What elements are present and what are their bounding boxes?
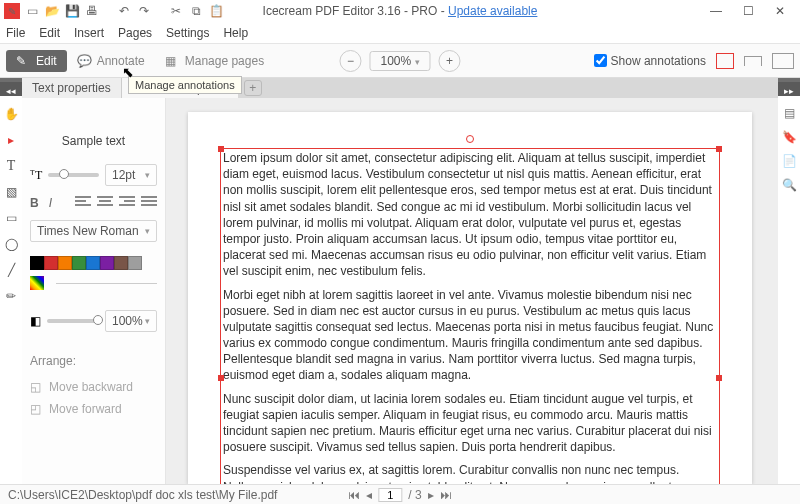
color-swatch[interactable] bbox=[58, 256, 72, 270]
resize-handle-ml[interactable] bbox=[218, 375, 224, 381]
arrange-label: Arrange: bbox=[30, 354, 157, 368]
align-right-button[interactable] bbox=[119, 196, 135, 210]
select-tool-icon[interactable]: ▸ bbox=[3, 132, 19, 148]
align-justify-button[interactable] bbox=[141, 196, 157, 210]
page: Lorem ipsum dolor sit amet, consectetur … bbox=[188, 112, 752, 484]
pager: ⏮ ◂ / 3 ▸ ⏭ bbox=[348, 488, 451, 502]
size-icon: ᵀT bbox=[30, 168, 42, 183]
maximize-button[interactable]: ☐ bbox=[740, 4, 756, 18]
redo-icon[interactable]: ↷ bbox=[136, 3, 152, 19]
sample-text-heading: Sample text bbox=[30, 134, 157, 148]
new-tab-button[interactable]: + bbox=[244, 80, 262, 96]
zoom-dropdown[interactable]: 100% ▾ bbox=[369, 51, 430, 71]
first-page-button[interactable]: ⏮ bbox=[348, 488, 360, 502]
resize-handle-mr[interactable] bbox=[716, 375, 722, 381]
properties-tab-label: Text properties bbox=[22, 78, 122, 98]
opacity-dropdown[interactable]: 100%▾ bbox=[105, 310, 157, 332]
bold-button[interactable]: B bbox=[30, 196, 39, 210]
save-icon[interactable]: 💾 bbox=[64, 3, 80, 19]
line-tool-icon[interactable]: ╱ bbox=[3, 262, 19, 278]
layout-facing-icon[interactable] bbox=[772, 53, 794, 69]
text-tool-icon[interactable]: T bbox=[3, 158, 19, 174]
titlebar: ✎ ▭ 📂 💾 🖶 ↶ ↷ ✂ ⧉ 📋 Icecream PDF Editor … bbox=[0, 0, 800, 22]
open-icon[interactable]: 📂 bbox=[44, 3, 60, 19]
pen-tool-icon[interactable]: ✏ bbox=[3, 288, 19, 304]
move-backward-icon: ◱ bbox=[30, 380, 41, 394]
search-icon[interactable]: 🔍 bbox=[782, 178, 797, 192]
paragraph: Nunc suscipit dolor diam, ut lacinia lor… bbox=[223, 391, 717, 456]
paragraph: Suspendisse vel varius ex, at sagittis l… bbox=[223, 462, 717, 484]
statusbar: C:\Users\ICE2\Desktop\pdf doc xls test\M… bbox=[0, 484, 800, 504]
zoom-in-button[interactable]: + bbox=[439, 50, 461, 72]
color-swatch[interactable] bbox=[72, 256, 86, 270]
new-icon[interactable]: ▭ bbox=[24, 3, 40, 19]
minimize-button[interactable]: — bbox=[708, 4, 724, 18]
edit-mode-button[interactable]: ✎Edit bbox=[6, 50, 67, 72]
menu-settings[interactable]: Settings bbox=[166, 26, 209, 40]
menu-edit[interactable]: Edit bbox=[39, 26, 60, 40]
layout-single-icon[interactable] bbox=[716, 53, 734, 69]
color-swatch[interactable] bbox=[100, 256, 114, 270]
paste-icon[interactable]: 📋 bbox=[208, 3, 224, 19]
menubar: File Edit Insert Pages Settings Help bbox=[0, 22, 800, 44]
cut-icon[interactable]: ✂ bbox=[168, 3, 184, 19]
page-input[interactable] bbox=[378, 488, 402, 502]
color-swatch[interactable] bbox=[86, 256, 100, 270]
paragraph: Morbi eget nibh at lorem sagittis laoree… bbox=[223, 287, 717, 384]
color-swatches bbox=[30, 256, 157, 270]
window-title: Icecream PDF Editor 3.16 - PRO - Update … bbox=[263, 4, 538, 18]
hand-tool-icon[interactable]: ✋ bbox=[3, 106, 19, 122]
bookmarks-icon[interactable]: 🔖 bbox=[782, 130, 797, 144]
rect-tool-icon[interactable]: ▭ bbox=[3, 210, 19, 226]
italic-button[interactable]: I bbox=[49, 196, 52, 210]
color-swatch[interactable] bbox=[114, 256, 128, 270]
color-picker-button[interactable] bbox=[30, 276, 44, 290]
manage-pages-button[interactable]: ▦Manage pages bbox=[155, 50, 274, 72]
paragraph: Lorem ipsum dolor sit amet, consectetur … bbox=[223, 150, 717, 280]
font-size-dropdown[interactable]: 12pt▾ bbox=[105, 164, 157, 186]
annotate-mode-button[interactable]: 💬Annotate bbox=[67, 50, 155, 72]
attachments-icon[interactable]: 📄 bbox=[782, 154, 797, 168]
move-forward-button[interactable]: ◰Move forward bbox=[30, 398, 157, 420]
copy-icon[interactable]: ⧉ bbox=[188, 3, 204, 19]
file-path: C:\Users\ICE2\Desktop\pdf doc xls test\M… bbox=[8, 488, 277, 502]
zoom-out-button[interactable]: − bbox=[339, 50, 361, 72]
thumbnails-icon[interactable]: ▤ bbox=[784, 106, 795, 120]
layout-continuous-icon[interactable] bbox=[744, 56, 762, 66]
image-tool-icon[interactable]: ▧ bbox=[3, 184, 19, 200]
close-button[interactable]: ✕ bbox=[772, 4, 788, 18]
circle-tool-icon[interactable]: ◯ bbox=[3, 236, 19, 252]
menu-pages[interactable]: Pages bbox=[118, 26, 152, 40]
right-strip: ▤ 🔖 📄 🔍 bbox=[778, 96, 800, 484]
rotate-handle[interactable] bbox=[466, 135, 474, 143]
color-swatch[interactable] bbox=[128, 256, 142, 270]
last-page-button[interactable]: ⏭ bbox=[440, 488, 452, 502]
move-forward-icon: ◰ bbox=[30, 402, 41, 416]
update-link[interactable]: Update available bbox=[448, 4, 537, 18]
resize-handle-tr[interactable] bbox=[716, 146, 722, 152]
show-annotations-checkbox[interactable]: Show annotations bbox=[594, 54, 706, 68]
menu-insert[interactable]: Insert bbox=[74, 26, 104, 40]
selected-text-block[interactable]: Lorem ipsum dolor sit amet, consectetur … bbox=[220, 148, 720, 484]
align-center-button[interactable] bbox=[97, 196, 113, 210]
print-icon[interactable]: 🖶 bbox=[84, 3, 100, 19]
next-page-button[interactable]: ▸ bbox=[428, 488, 434, 502]
font-family-dropdown[interactable]: Times New Roman▾ bbox=[30, 220, 157, 242]
tooltip: Manage annotations bbox=[128, 76, 242, 94]
page-area[interactable]: Lorem ipsum dolor sit amet, consectetur … bbox=[166, 98, 778, 484]
color-swatch[interactable] bbox=[30, 256, 44, 270]
font-size-slider[interactable] bbox=[48, 173, 99, 177]
menu-help[interactable]: Help bbox=[223, 26, 248, 40]
color-swatch[interactable] bbox=[44, 256, 58, 270]
menu-file[interactable]: File bbox=[6, 26, 25, 40]
tool-strip: ✋ ▸ T ▧ ▭ ◯ ╱ ✏ bbox=[0, 96, 22, 484]
opacity-icon: ◧ bbox=[30, 314, 41, 328]
properties-panel: Sample text ᵀT 12pt▾ B I Times New Roman… bbox=[22, 98, 166, 484]
undo-icon[interactable]: ↶ bbox=[116, 3, 132, 19]
align-left-button[interactable] bbox=[75, 196, 91, 210]
move-backward-button[interactable]: ◱Move backward bbox=[30, 376, 157, 398]
opacity-slider[interactable] bbox=[47, 319, 99, 323]
resize-handle-tl[interactable] bbox=[218, 146, 224, 152]
prev-page-button[interactable]: ◂ bbox=[366, 488, 372, 502]
app-logo: ✎ bbox=[4, 3, 20, 19]
